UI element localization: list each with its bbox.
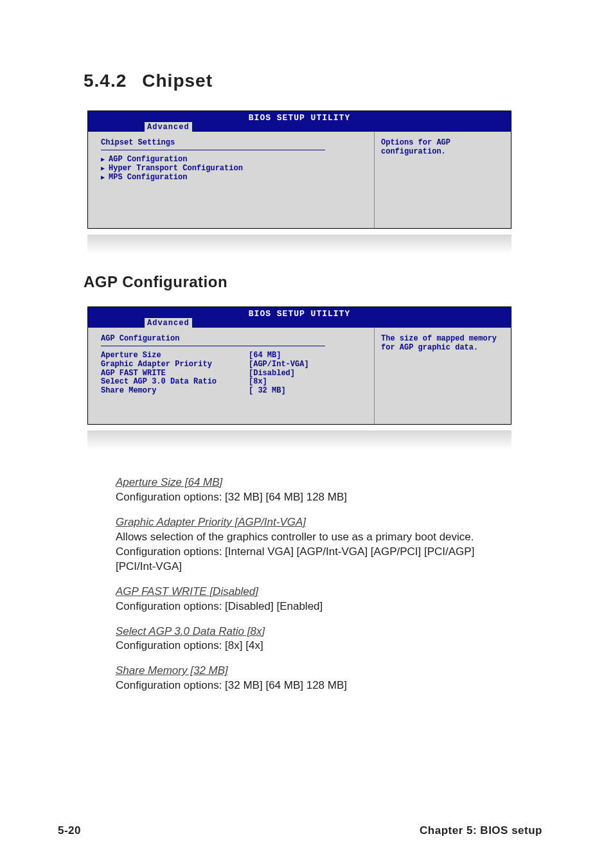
subsection-heading: AGP Configuration [84,273,536,291]
bios-help-pane: Options for AGP configuration. [375,132,511,228]
bios-utility-title: BIOS SETUP UTILITY [88,308,511,319]
row-label: Graphic Adapter Priority [101,360,249,369]
divider [101,150,325,150]
bios-utility-title: BIOS SETUP UTILITY [88,112,511,123]
desc-item: Graphic Adapter Priority [AGP/Int-VGA] A… [116,515,514,574]
bios-help-text: Options for AGP configuration. [381,138,504,156]
page-footer: 5-20 Chapter 5: BIOS setup [58,824,542,837]
desc-item: Select AGP 3.0 Data Ratio [8x] Configura… [116,624,514,654]
panel-fade [87,430,511,450]
desc-setting: Share Memory [32 MB] [116,664,228,677]
bios-tab-advanced[interactable]: Advanced [145,318,192,328]
bios-titlebar: BIOS SETUP UTILITY Advanced [88,111,511,132]
section-number: 5.4.2 [84,71,127,91]
submenu-label: AGP Configuration [109,155,187,164]
desc-item: Aperture Size [64 MB] Configuration opti… [116,475,514,505]
row-value: [64 MB] [249,351,281,360]
bios-left-pane: AGP Configuration Aperture Size [64 MB] … [88,328,375,424]
triangle-right-icon: ▶ [101,174,105,182]
desc-setting: Graphic Adapter Priority [AGP/Int-VGA] [116,516,306,528]
desc-text: Configuration options: [32 MB] [64 MB] 1… [116,678,514,693]
page-number: 5-20 [58,824,81,837]
description-block: Aperture Size [64 MB] Configuration opti… [116,475,514,693]
row-value: [8x] [249,378,267,387]
bios-tab-advanced[interactable]: Advanced [145,122,192,132]
row-value: [AGP/Int-VGA] [249,360,309,369]
bios-panel-agp: BIOS SETUP UTILITY Advanced AGP Configur… [87,306,511,425]
triangle-right-icon: ▶ [101,165,105,173]
desc-setting: AGP FAST WRITE [Disabled] [116,585,258,598]
triangle-right-icon: ▶ [101,156,105,164]
bios-row-fastwrite[interactable]: AGP FAST WRITE [Disabled] [101,369,365,378]
bios-panel-chipset: BIOS SETUP UTILITY Advanced Chipset Sett… [87,111,511,229]
bios-row-aperture[interactable]: Aperture Size [64 MB] [101,351,365,360]
row-value: [Disabled] [249,369,295,378]
section-heading: 5.4.2Chipset [84,71,536,91]
bios-help-text: The size of mapped memory for AGP graphi… [381,334,504,352]
bios-panel-title: AGP Configuration [101,334,365,343]
desc-text: Configuration options: [Disabled] [Enabl… [116,599,514,614]
bios-titlebar: BIOS SETUP UTILITY Advanced [88,307,511,328]
row-label: Share Memory [101,387,249,396]
bios-row-ratio[interactable]: Select AGP 3.0 Data Ratio [8x] [101,378,365,387]
row-label: Select AGP 3.0 Data Ratio [101,378,249,387]
bios-row-gap[interactable]: Graphic Adapter Priority [AGP/Int-VGA] [101,360,365,369]
desc-item: AGP FAST WRITE [Disabled] Configuration … [116,585,514,614]
row-label: Aperture Size [101,351,249,360]
desc-setting: Select AGP 3.0 Data Ratio [8x] [116,625,265,637]
bios-left-pane: Chipset Settings ▶ AGP Configuration ▶ H… [88,132,375,228]
desc-text: Allows selection of the graphics control… [116,530,514,574]
bios-submenu-mps[interactable]: ▶ MPS Configuration [101,173,365,182]
desc-text: Configuration options: [32 MB] [64 MB] 1… [116,490,514,505]
bios-submenu-agp[interactable]: ▶ AGP Configuration [101,155,365,164]
desc-item: Share Memory [32 MB] Configuration optio… [116,664,514,693]
submenu-label: Hyper Transport Configuration [109,164,243,173]
desc-setting: Aperture Size [64 MB] [116,476,222,488]
submenu-label: MPS Configuration [109,173,187,182]
bios-submenu-hypertransport[interactable]: ▶ Hyper Transport Configuration [101,164,365,173]
bios-row-sharemem[interactable]: Share Memory [ 32 MB] [101,387,365,396]
bios-help-pane: The size of mapped memory for AGP graphi… [375,328,511,424]
chapter-label: Chapter 5: BIOS setup [420,824,542,837]
panel-fade [87,235,511,254]
row-label: AGP FAST WRITE [101,369,249,378]
divider [101,346,325,346]
bios-panel-title: Chipset Settings [101,138,365,147]
row-value: [ 32 MB] [249,387,286,396]
desc-text: Configuration options: [8x] [4x] [116,639,514,653]
section-title: Chipset [142,71,213,91]
